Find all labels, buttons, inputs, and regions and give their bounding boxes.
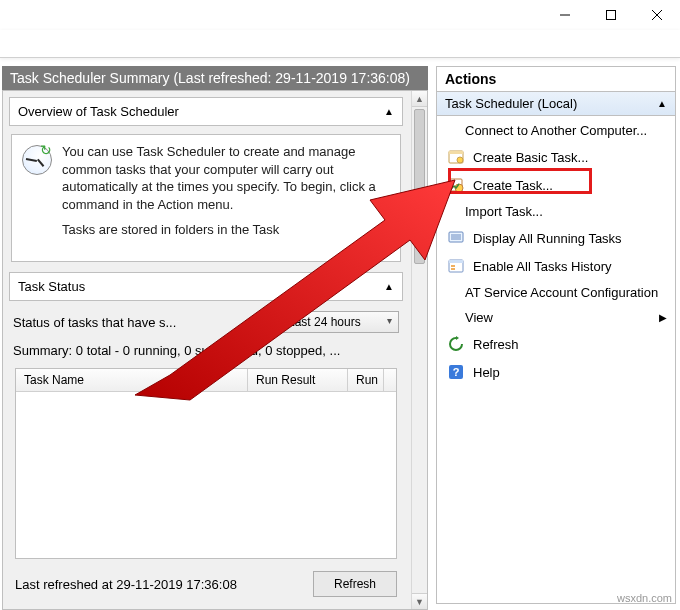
- close-button[interactable]: [634, 0, 680, 30]
- action-item[interactable]: AT Service Account Configuration: [437, 280, 675, 305]
- overview-paragraph: You can use Task Scheduler to create and…: [62, 143, 390, 213]
- summary-header: Task Scheduler Summary (Last refreshed: …: [2, 66, 428, 90]
- chevron-up-icon: ▲: [384, 106, 394, 117]
- overview-title: Overview of Task Scheduler: [18, 104, 179, 119]
- chevron-up-icon: ▲: [657, 98, 667, 109]
- action-item[interactable]: View▶: [437, 305, 675, 330]
- help-icon: ?: [447, 363, 465, 381]
- svg-point-6: [457, 157, 463, 163]
- summary-pane: Task Scheduler Summary (Last refreshed: …: [0, 66, 430, 610]
- clock-icon: ↻: [20, 143, 54, 177]
- toolbar-area: [0, 30, 680, 58]
- status-range-label: Status of tasks that have s...: [13, 315, 269, 330]
- action-item[interactable]: Display All Running Tasks: [437, 224, 675, 252]
- svg-rect-14: [449, 260, 463, 263]
- svg-rect-1: [607, 11, 616, 20]
- chevron-up-icon: ▲: [384, 281, 394, 292]
- actions-title: Actions: [437, 67, 675, 92]
- column-header[interactable]: Task Name: [16, 369, 248, 391]
- svg-marker-17: [456, 336, 459, 340]
- title-bar: [0, 0, 680, 30]
- actions-pane: Actions Task Scheduler (Local) ▲ Connect…: [436, 66, 676, 604]
- actions-group-header[interactable]: Task Scheduler (Local) ▲: [437, 92, 675, 116]
- action-label: Create Basic Task...: [473, 150, 588, 165]
- svg-rect-16: [451, 268, 455, 270]
- action-label: Display All Running Tasks: [473, 231, 622, 246]
- vertical-scrollbar[interactable]: ▲ ▼: [411, 91, 427, 609]
- task-status-header[interactable]: Task Status ▲: [9, 272, 403, 301]
- action-label: Connect to Another Computer...: [465, 123, 647, 138]
- action-item[interactable]: Enable All Tasks History: [437, 252, 675, 280]
- action-label: Create Task...: [473, 178, 553, 193]
- column-header[interactable]: Run: [348, 369, 384, 391]
- action-item[interactable]: Create Basic Task...: [437, 143, 675, 171]
- chevron-right-icon: ▶: [659, 312, 667, 323]
- column-header[interactable]: Run Result: [248, 369, 348, 391]
- action-item[interactable]: ?Help: [437, 358, 675, 386]
- action-item[interactable]: Import Task...: [437, 199, 675, 224]
- svg-rect-15: [451, 265, 455, 267]
- action-item[interactable]: Create Task...: [437, 171, 675, 199]
- status-range-combo[interactable]: Last 24 hours: [279, 311, 399, 333]
- actions-group-title: Task Scheduler (Local): [445, 96, 577, 111]
- maximize-button[interactable]: [588, 0, 634, 30]
- action-item[interactable]: Connect to Another Computer...: [437, 118, 675, 143]
- overview-paragraph-truncated: Tasks are stored in folders in the Task: [62, 221, 390, 239]
- action-label: Import Task...: [465, 204, 543, 219]
- status-summary-line: Summary: 0 total - 0 running, 0 succeede…: [13, 343, 399, 358]
- watermark: wsxdn.com: [617, 592, 672, 604]
- action-item[interactable]: Refresh: [437, 330, 675, 358]
- new-task-icon: [447, 176, 465, 194]
- svg-rect-5: [449, 151, 463, 154]
- task-status-title: Task Status: [18, 279, 85, 294]
- action-label: AT Service Account Configuration: [465, 285, 658, 300]
- minimize-button[interactable]: [542, 0, 588, 30]
- action-label: Refresh: [473, 337, 519, 352]
- action-label: View: [465, 310, 493, 325]
- refresh-icon: [447, 335, 465, 353]
- action-label: Help: [473, 365, 500, 380]
- wizard-icon: [447, 148, 465, 166]
- task-status-table: Task Name Run Result Run: [15, 368, 397, 559]
- overview-header[interactable]: Overview of Task Scheduler ▲: [9, 97, 403, 126]
- display-icon: [447, 229, 465, 247]
- action-label: Enable All Tasks History: [473, 259, 612, 274]
- history-icon: [447, 257, 465, 275]
- svg-text:?: ?: [453, 366, 460, 378]
- refresh-button[interactable]: Refresh: [313, 571, 397, 597]
- last-refreshed-label: Last refreshed at 29-11-2019 17:36:08: [15, 577, 237, 592]
- overview-box: ↻ You can use Task Scheduler to create a…: [11, 134, 401, 262]
